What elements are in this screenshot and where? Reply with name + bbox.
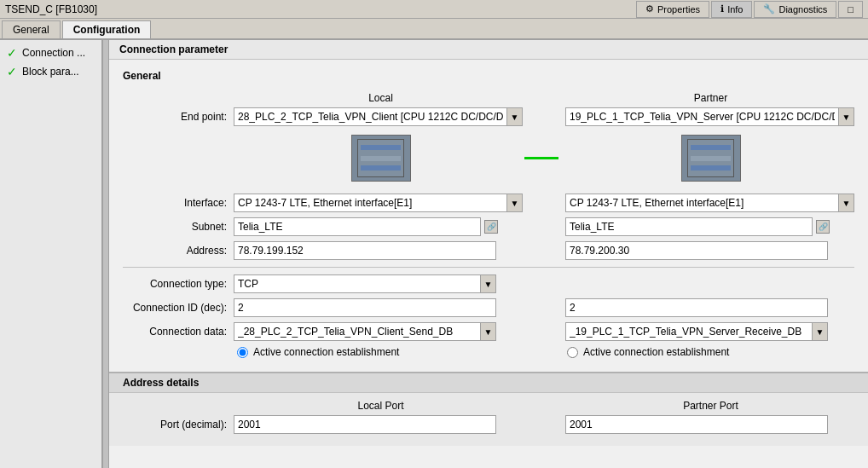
title-bar: TSEND_C [FB1030] ⚙ Properties ℹ Info 🔧 D… xyxy=(0,0,868,19)
sidebar: ✓ Connection ... ✓ Block para... xyxy=(0,40,102,468)
partner-plc-image xyxy=(681,135,741,182)
address-details-section: Address details Local Port Partner Port xyxy=(109,372,868,446)
local-port-input[interactable] xyxy=(234,415,496,434)
sidebar-item-connection[interactable]: ✓ Connection ... xyxy=(0,43,101,62)
partner-connection-data-dropdown-btn[interactable]: ▼ xyxy=(813,322,828,341)
connection-type-input[interactable] xyxy=(234,274,481,293)
sidebar-resize-handle[interactable] xyxy=(102,40,109,468)
local-subnet-input[interactable] xyxy=(234,217,481,236)
connection-data-row: Connection data: ▼ ▼ xyxy=(123,322,854,341)
partner-interface-dropdown: ▼ xyxy=(565,194,854,212)
top-tab-bar: General Configuration xyxy=(0,19,868,40)
local-endpoint-input[interactable] xyxy=(234,107,507,126)
tab-info[interactable]: ℹ Info xyxy=(711,1,752,18)
endpoint-row: End point: ▼ ▼ xyxy=(123,107,854,126)
connection-id-row: Connection ID (dec): xyxy=(123,298,854,317)
partner-connection-id-input[interactable] xyxy=(565,298,828,317)
connection-id-label: Connection ID (dec): xyxy=(123,302,234,314)
connection-parameter-body: General Local Partner End point: xyxy=(109,60,868,372)
local-endpoint-dropdown-btn[interactable]: ▼ xyxy=(507,107,523,126)
address-details-body: Local Port Partner Port Port (decimal): xyxy=(109,393,868,446)
info-icon: ℹ xyxy=(720,3,724,14)
port-row: Port (decimal): xyxy=(123,415,854,434)
general-title: General xyxy=(123,66,854,85)
partner-subnet-input[interactable] xyxy=(565,217,813,236)
partner-active-connection-radio[interactable] xyxy=(567,347,578,358)
tab-properties[interactable]: ⚙ Properties xyxy=(636,1,709,18)
local-connection-data-dropdown-btn[interactable]: ▼ xyxy=(481,322,496,341)
diagnostics-icon: 🔧 xyxy=(763,3,775,14)
subnet-row: Subnet: 🔗 🔗 xyxy=(123,217,854,236)
partner-active-connection-label: Active connection establishment xyxy=(583,346,729,358)
local-connection-id-input[interactable] xyxy=(234,298,496,317)
interface-label: Interface: xyxy=(123,197,234,209)
partner-endpoint-dropdown: ▼ xyxy=(565,107,854,126)
connection-type-row: Connection type: ▼ xyxy=(123,274,854,293)
title-tabs: ⚙ Properties ℹ Info 🔧 Diagnostics □ xyxy=(636,1,863,18)
main-content: Connection parameter General Local Partn… xyxy=(109,40,868,468)
partner-address-input[interactable] xyxy=(565,241,828,260)
window-maximize-button[interactable]: □ xyxy=(838,1,863,18)
connection-type-label: Connection type: xyxy=(123,278,234,290)
tab-general[interactable]: General xyxy=(2,20,61,38)
partner-interface-dropdown-btn[interactable]: ▼ xyxy=(839,194,854,212)
address-row: Address: xyxy=(123,241,854,260)
address-details-header: Address details xyxy=(109,373,868,393)
sidebar-item-block[interactable]: ✓ Block para... xyxy=(0,62,101,81)
address-label: Address: xyxy=(123,245,234,257)
partner-port-input[interactable] xyxy=(565,415,828,434)
local-endpoint-dropdown: ▼ xyxy=(234,107,523,126)
tab-diagnostics[interactable]: 🔧 Diagnostics xyxy=(754,1,836,18)
local-port-header: Local Port xyxy=(357,400,403,412)
port-label: Port (decimal): xyxy=(123,419,234,430)
local-address-input[interactable] xyxy=(234,241,496,260)
tab-configuration[interactable]: Configuration xyxy=(62,20,152,38)
subnet-label: Subnet: xyxy=(123,221,234,233)
partner-header: Partner xyxy=(694,92,727,104)
partner-connection-data-input[interactable] xyxy=(565,322,813,341)
partner-port-header: Partner Port xyxy=(683,400,738,412)
properties-icon: ⚙ xyxy=(645,3,654,14)
connection-parameter-header: Connection parameter xyxy=(109,40,868,60)
connection-checkmark-icon: ✓ xyxy=(7,46,17,60)
partner-endpoint-input[interactable] xyxy=(565,107,839,126)
partner-endpoint-dropdown-btn[interactable]: ▼ xyxy=(839,107,854,126)
local-interface-dropdown-btn[interactable]: ▼ xyxy=(507,194,523,212)
local-plc-image xyxy=(351,135,411,182)
local-connection-data-input[interactable] xyxy=(234,322,481,341)
local-active-connection-radio[interactable] xyxy=(237,347,248,358)
partner-subnet-link-btn[interactable]: 🔗 xyxy=(816,220,830,234)
interface-row: Interface: ▼ ▼ xyxy=(123,194,854,212)
local-active-connection-label: Active connection establishment xyxy=(253,346,399,358)
connection-line xyxy=(524,157,558,159)
partner-interface-input[interactable] xyxy=(565,194,839,212)
local-header: Local xyxy=(368,92,393,104)
local-subnet-link-btn[interactable]: 🔗 xyxy=(484,220,498,234)
block-checkmark-icon: ✓ xyxy=(7,65,17,78)
endpoint-label: End point: xyxy=(123,111,234,123)
local-interface-dropdown: ▼ xyxy=(234,194,523,212)
window-title: TSEND_C [FB1030] xyxy=(5,3,97,15)
connection-data-label: Connection data: xyxy=(123,326,234,338)
local-interface-input[interactable] xyxy=(234,194,507,212)
connection-type-dropdown-btn[interactable]: ▼ xyxy=(481,274,496,293)
